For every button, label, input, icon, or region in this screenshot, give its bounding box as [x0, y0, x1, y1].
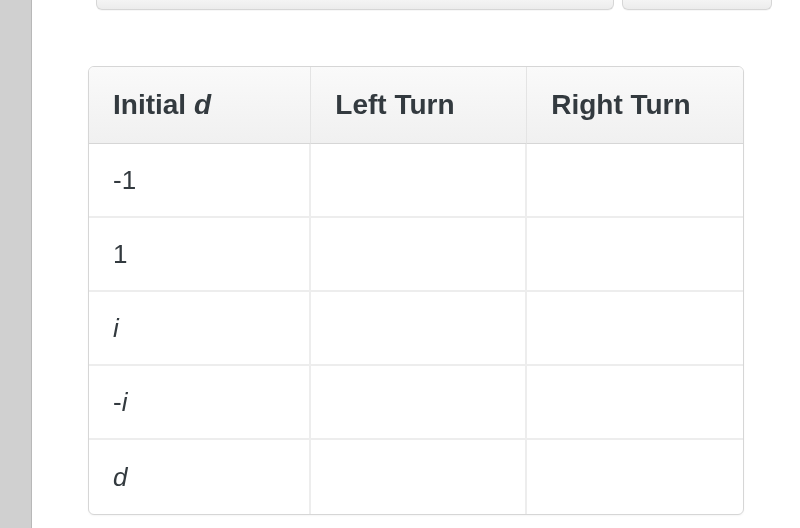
cutoff-top-elements: [32, 0, 800, 10]
cell-right-turn: [527, 366, 743, 440]
page-gutter: [0, 0, 32, 528]
cell-initial-plain: -: [113, 387, 122, 417]
cell-initial-var: i: [113, 313, 119, 343]
cell-left-turn: [311, 440, 527, 514]
table-header-row: Initial d Left Turn Right Turn: [89, 67, 743, 144]
table-row: d: [89, 440, 743, 514]
cell-right-turn: [527, 218, 743, 292]
cell-left-turn: [311, 292, 527, 366]
cell-initial: 1: [89, 218, 311, 292]
cell-initial-var: i: [122, 387, 128, 417]
cell-left-turn: [311, 144, 527, 218]
table-row: -1: [89, 144, 743, 218]
content-area: Initial d Left Turn Right Turn -1 1: [32, 0, 800, 528]
cell-initial: i: [89, 292, 311, 366]
table-row: i: [89, 292, 743, 366]
cell-initial: -1: [89, 144, 311, 218]
cell-initial-var: d: [113, 462, 127, 492]
cell-initial: -i: [89, 366, 311, 440]
table-container: Initial d Left Turn Right Turn -1 1: [32, 10, 800, 528]
header-initial-d: Initial d: [89, 67, 311, 144]
cutoff-element-right: [622, 0, 772, 10]
cell-initial-plain: -1: [113, 165, 136, 195]
cell-initial-plain: 1: [113, 239, 127, 269]
cell-right-turn: [527, 440, 743, 514]
header-initial-variable: d: [194, 89, 211, 120]
cell-left-turn: [311, 218, 527, 292]
direction-turn-table: Initial d Left Turn Right Turn -1 1: [88, 66, 744, 515]
table-row: 1: [89, 218, 743, 292]
header-right-turn: Right Turn: [527, 67, 743, 144]
cell-initial: d: [89, 440, 311, 514]
table-row: -i: [89, 366, 743, 440]
cell-left-turn: [311, 366, 527, 440]
cell-right-turn: [527, 292, 743, 366]
cutoff-element-left: [96, 0, 614, 10]
cell-right-turn: [527, 144, 743, 218]
header-left-turn: Left Turn: [311, 67, 527, 144]
header-initial-prefix: Initial: [113, 89, 194, 120]
